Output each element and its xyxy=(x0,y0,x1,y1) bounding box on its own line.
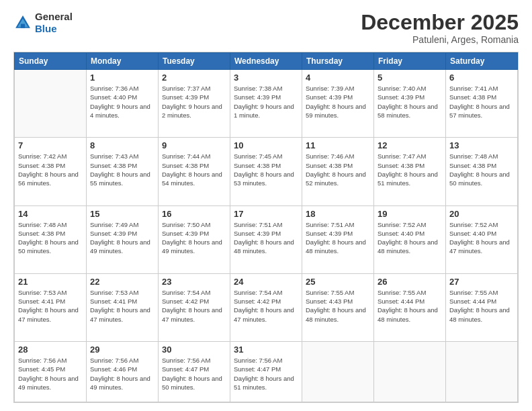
sunrise-text: Sunrise: 7:42 AM xyxy=(18,152,66,160)
day-cell: 15 Sunrise: 7:49 AM Sunset: 4:39 PM Dayl… xyxy=(87,205,159,273)
sunrise-text: Sunrise: 7:51 AM xyxy=(234,221,282,228)
weekday-wednesday: Wednesday xyxy=(230,53,302,70)
day-cell: 14 Sunrise: 7:48 AM Sunset: 4:38 PM Dayl… xyxy=(15,205,87,273)
sunset-text: Sunset: 4:46 PM xyxy=(90,365,137,373)
day-number: 8 xyxy=(90,140,154,150)
weekday-monday: Monday xyxy=(87,53,159,70)
day-info: Sunrise: 7:56 AM Sunset: 4:45 PM Dayligh… xyxy=(18,356,83,392)
sunset-text: Sunset: 4:39 PM xyxy=(234,93,281,101)
sunset-text: Sunset: 4:40 PM xyxy=(90,93,137,101)
daylight-text: Daylight: 8 hours and 48 minutes. xyxy=(378,306,438,322)
day-number: 11 xyxy=(306,140,370,150)
day-number: 13 xyxy=(449,140,514,150)
sunrise-text: Sunrise: 7:37 AM xyxy=(162,85,210,92)
day-cell: 22 Sunrise: 7:53 AM Sunset: 4:41 PM Dayl… xyxy=(87,273,159,341)
sunrise-text: Sunrise: 7:40 AM xyxy=(378,85,426,92)
day-number: 24 xyxy=(234,277,298,287)
day-number: 23 xyxy=(162,277,226,287)
day-cell: 17 Sunrise: 7:51 AM Sunset: 4:39 PM Dayl… xyxy=(230,205,302,273)
sunrise-text: Sunrise: 7:49 AM xyxy=(90,221,138,228)
sunrise-text: Sunrise: 7:39 AM xyxy=(306,85,354,92)
sunrise-text: Sunrise: 7:48 AM xyxy=(18,221,66,228)
day-cell: 28 Sunrise: 7:56 AM Sunset: 4:45 PM Dayl… xyxy=(15,342,87,402)
day-number: 28 xyxy=(18,345,83,355)
day-cell: 18 Sunrise: 7:51 AM Sunset: 4:39 PM Dayl… xyxy=(302,205,374,273)
day-info: Sunrise: 7:51 AM Sunset: 4:39 PM Dayligh… xyxy=(234,220,298,256)
day-number: 29 xyxy=(90,345,154,355)
daylight-text: Daylight: 9 hours and 4 minutes. xyxy=(90,103,150,119)
sunrise-text: Sunrise: 7:55 AM xyxy=(378,289,426,296)
week-row-2: 14 Sunrise: 7:48 AM Sunset: 4:38 PM Dayl… xyxy=(15,205,518,273)
sunset-text: Sunset: 4:47 PM xyxy=(162,365,209,373)
day-number: 31 xyxy=(234,345,298,355)
day-info: Sunrise: 7:52 AM Sunset: 4:40 PM Dayligh… xyxy=(378,220,442,256)
day-cell: 3 Sunrise: 7:38 AM Sunset: 4:39 PM Dayli… xyxy=(230,70,302,138)
daylight-text: Daylight: 8 hours and 48 minutes. xyxy=(306,306,366,322)
sunrise-text: Sunrise: 7:50 AM xyxy=(162,221,210,228)
sunrise-text: Sunrise: 7:43 AM xyxy=(90,152,138,160)
day-number: 10 xyxy=(234,140,298,150)
sunrise-text: Sunrise: 7:53 AM xyxy=(18,289,66,296)
sunset-text: Sunset: 4:47 PM xyxy=(234,365,281,373)
day-number: 2 xyxy=(162,73,226,83)
day-number: 30 xyxy=(162,345,226,355)
sunrise-text: Sunrise: 7:55 AM xyxy=(306,289,354,296)
logo-general: General xyxy=(35,11,73,22)
day-cell: 13 Sunrise: 7:48 AM Sunset: 4:38 PM Dayl… xyxy=(446,138,518,205)
day-number: 7 xyxy=(18,140,83,150)
daylight-text: Daylight: 8 hours and 47 minutes. xyxy=(90,306,150,322)
title-block: December 2025 Patuleni, Arges, Romania xyxy=(361,11,519,45)
sunrise-text: Sunrise: 7:51 AM xyxy=(306,221,354,228)
sunset-text: Sunset: 4:40 PM xyxy=(378,230,425,237)
day-cell: 8 Sunrise: 7:43 AM Sunset: 4:38 PM Dayli… xyxy=(87,138,159,205)
weekday-saturday: Saturday xyxy=(446,53,518,70)
daylight-text: Daylight: 8 hours and 56 minutes. xyxy=(18,171,79,187)
day-cell: 21 Sunrise: 7:53 AM Sunset: 4:41 PM Dayl… xyxy=(15,273,87,341)
logo-icon xyxy=(13,13,32,32)
daylight-text: Daylight: 8 hours and 47 minutes. xyxy=(162,306,222,322)
day-cell: 11 Sunrise: 7:46 AM Sunset: 4:38 PM Dayl… xyxy=(302,138,374,205)
sunrise-text: Sunrise: 7:46 AM xyxy=(306,152,354,160)
daylight-text: Daylight: 8 hours and 58 minutes. xyxy=(378,103,438,119)
sunset-text: Sunset: 4:39 PM xyxy=(306,230,353,237)
weekday-thursday: Thursday xyxy=(302,53,374,70)
day-cell: 26 Sunrise: 7:55 AM Sunset: 4:44 PM Dayl… xyxy=(374,273,446,341)
sunset-text: Sunset: 4:42 PM xyxy=(234,298,281,305)
day-cell: 12 Sunrise: 7:47 AM Sunset: 4:38 PM Dayl… xyxy=(374,138,446,205)
day-cell: 1 Sunrise: 7:36 AM Sunset: 4:40 PM Dayli… xyxy=(87,70,159,138)
day-cell: 30 Sunrise: 7:56 AM Sunset: 4:47 PM Dayl… xyxy=(159,342,230,402)
daylight-text: Daylight: 8 hours and 49 minutes. xyxy=(90,375,150,391)
day-info: Sunrise: 7:37 AM Sunset: 4:39 PM Dayligh… xyxy=(162,84,226,120)
day-cell: 27 Sunrise: 7:55 AM Sunset: 4:44 PM Dayl… xyxy=(446,273,518,341)
day-cell: 24 Sunrise: 7:54 AM Sunset: 4:42 PM Dayl… xyxy=(230,273,302,341)
daylight-text: Daylight: 8 hours and 51 minutes. xyxy=(234,375,294,391)
day-info: Sunrise: 7:45 AM Sunset: 4:38 PM Dayligh… xyxy=(234,152,298,187)
week-row-3: 21 Sunrise: 7:53 AM Sunset: 4:41 PM Dayl… xyxy=(15,273,518,341)
sunrise-text: Sunrise: 7:45 AM xyxy=(234,152,282,160)
month-title: December 2025 xyxy=(361,11,519,34)
sunrise-text: Sunrise: 7:52 AM xyxy=(449,221,498,228)
sunset-text: Sunset: 4:38 PM xyxy=(234,162,281,169)
daylight-text: Daylight: 8 hours and 47 minutes. xyxy=(18,306,79,322)
day-cell xyxy=(15,70,87,138)
day-cell: 16 Sunrise: 7:50 AM Sunset: 4:39 PM Dayl… xyxy=(159,205,230,273)
day-number: 27 xyxy=(449,277,514,287)
day-info: Sunrise: 7:55 AM Sunset: 4:44 PM Dayligh… xyxy=(378,288,442,324)
day-cell: 6 Sunrise: 7:41 AM Sunset: 4:38 PM Dayli… xyxy=(446,70,518,138)
sunset-text: Sunset: 4:38 PM xyxy=(306,162,353,169)
day-number: 25 xyxy=(306,277,370,287)
sunset-text: Sunset: 4:39 PM xyxy=(306,93,353,101)
day-info: Sunrise: 7:48 AM Sunset: 4:38 PM Dayligh… xyxy=(449,152,514,187)
day-info: Sunrise: 7:47 AM Sunset: 4:38 PM Dayligh… xyxy=(378,152,442,187)
daylight-text: Daylight: 8 hours and 48 minutes. xyxy=(234,238,294,255)
day-info: Sunrise: 7:51 AM Sunset: 4:39 PM Dayligh… xyxy=(306,220,370,256)
day-number: 26 xyxy=(378,277,442,287)
day-info: Sunrise: 7:39 AM Sunset: 4:39 PM Dayligh… xyxy=(306,84,370,120)
week-row-1: 7 Sunrise: 7:42 AM Sunset: 4:38 PM Dayli… xyxy=(15,138,518,205)
day-info: Sunrise: 7:53 AM Sunset: 4:41 PM Dayligh… xyxy=(90,288,154,324)
sunset-text: Sunset: 4:41 PM xyxy=(18,298,65,305)
day-number: 15 xyxy=(90,209,154,219)
day-info: Sunrise: 7:53 AM Sunset: 4:41 PM Dayligh… xyxy=(18,288,83,324)
sunset-text: Sunset: 4:38 PM xyxy=(378,162,425,169)
sunset-text: Sunset: 4:38 PM xyxy=(449,162,496,169)
